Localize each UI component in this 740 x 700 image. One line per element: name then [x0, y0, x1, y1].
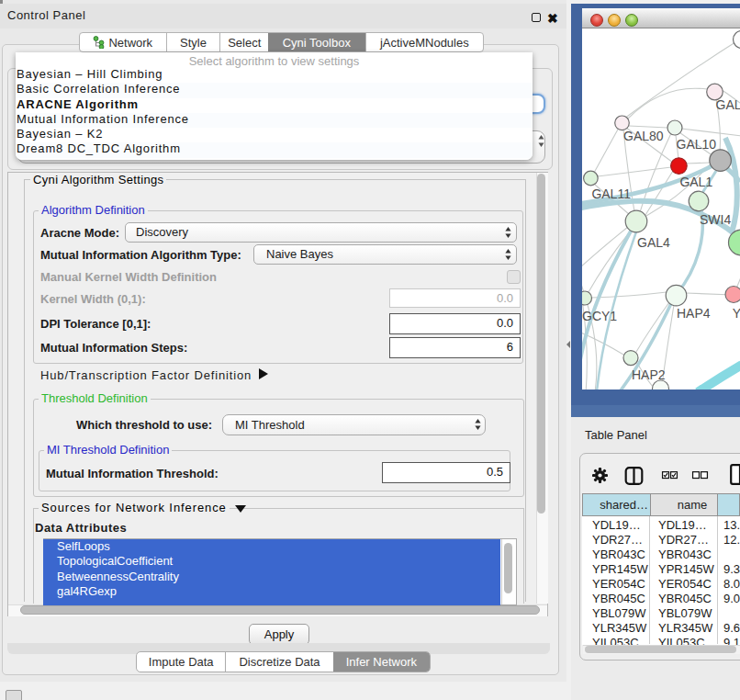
svg-text:Y: Y — [733, 306, 740, 321]
svg-text:HAP2: HAP2 — [632, 367, 666, 382]
svg-text:GAL1: GAL1 — [679, 175, 712, 189]
svg-text:GAL: GAL — [716, 97, 740, 112]
svg-text:GCY1: GCY1 — [582, 309, 617, 323]
svg-text:GAL80: GAL80 — [623, 129, 664, 143]
svg-text:SWI4: SWI4 — [700, 212, 731, 227]
svg-text:GAL10: GAL10 — [677, 137, 717, 152]
svg-text:GAL4: GAL4 — [637, 235, 670, 250]
svg-text:HAP4: HAP4 — [677, 306, 711, 321]
svg-text:GAL11: GAL11 — [591, 186, 631, 201]
